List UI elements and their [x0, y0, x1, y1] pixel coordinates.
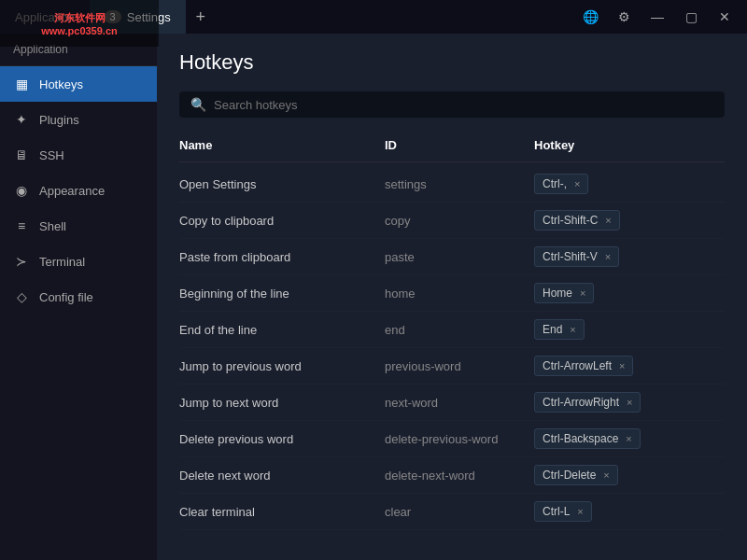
row-hotkey-0: Ctrl-, × — [534, 174, 725, 194]
shell-icon: ≡ — [13, 217, 30, 234]
row-name-1: Copy to clipboard — [179, 214, 385, 228]
hotkey-remove-9[interactable]: × — [577, 506, 583, 517]
hotkey-value-7: Ctrl-Backspace — [543, 432, 618, 445]
sidebar-item-ssh[interactable]: 🖥 SSH — [0, 137, 157, 173]
row-hotkey-3: Home × — [534, 283, 725, 303]
hotkey-badge-0: Ctrl-, × — [534, 174, 588, 194]
row-id-8: delete-next-word — [385, 469, 534, 483]
row-name-0: Open Settings — [179, 177, 385, 191]
tab-settings-label: Settings — [127, 10, 171, 24]
terminal-icon: ≻ — [13, 253, 30, 270]
hotkey-remove-8[interactable]: × — [603, 469, 609, 481]
row-id-6: next-word — [385, 396, 534, 410]
row-name-4: End of the line — [179, 323, 385, 337]
row-id-4: end — [385, 323, 534, 337]
row-id-2: paste — [385, 250, 534, 264]
content-area: Hotkeys 🔍 Name ID Hotkey Open Settings s… — [157, 34, 747, 560]
settings-button[interactable]: ⚙ — [609, 4, 639, 30]
search-bar: 🔍 — [179, 91, 725, 118]
row-id-3: home — [385, 287, 534, 301]
hotkey-value-3: Home — [543, 287, 572, 300]
row-hotkey-9: Ctrl-L × — [534, 501, 725, 522]
row-id-9: clear — [385, 505, 534, 519]
table-row: Paste from clipboard paste Ctrl-Shift-V … — [179, 239, 725, 275]
row-name-7: Delete previous word — [179, 432, 385, 446]
sidebar-item-appearance[interactable]: ◉ Appearance — [0, 173, 157, 208]
table-row: Clear terminal clear Ctrl-L × — [179, 494, 725, 530]
hotkey-value-4: End — [543, 323, 562, 336]
main-layout: Application ▦ Hotkeys ✦ Plugins 🖥 SSH ◉ … — [0, 34, 747, 560]
hotkey-remove-3[interactable]: × — [580, 287, 585, 299]
minimize-button[interactable]: — — [642, 4, 672, 30]
hotkey-remove-1[interactable]: × — [605, 215, 611, 226]
sidebar-label-hotkeys: Hotkeys — [39, 77, 83, 91]
add-tab-button[interactable]: + — [186, 0, 216, 34]
row-hotkey-2: Ctrl-Shift-V × — [534, 246, 725, 267]
sidebar-label-terminal: Terminal — [39, 255, 85, 269]
hotkey-value-2: Ctrl-Shift-V — [543, 250, 598, 263]
hotkey-remove-7[interactable]: × — [626, 433, 631, 444]
hotkeys-icon: ▦ — [13, 76, 30, 92]
col-header-name: Name — [179, 138, 385, 152]
table-row: Open Settings settings Ctrl-, × — [179, 166, 725, 203]
row-hotkey-8: Ctrl-Delete × — [534, 465, 725, 485]
sidebar-label-ssh: SSH — [39, 148, 64, 162]
globe-button[interactable]: 🌐 — [575, 4, 605, 30]
hotkey-badge-5: Ctrl-ArrowLeft × — [534, 356, 633, 376]
ssh-icon: 🖥 — [13, 147, 30, 163]
col-header-id: ID — [385, 138, 534, 152]
hotkey-badge-8: Ctrl-Delete × — [534, 465, 618, 485]
hotkey-remove-0[interactable]: × — [574, 178, 580, 189]
page-title: Hotkeys — [179, 50, 725, 75]
hotkey-remove-2[interactable]: × — [605, 251, 611, 262]
search-input[interactable] — [214, 98, 713, 112]
row-name-6: Jump to next word — [179, 396, 385, 410]
row-id-5: previous-word — [385, 359, 534, 373]
tab-application-label: Application — [15, 10, 75, 24]
hotkey-value-6: Ctrl-ArrowRight — [543, 396, 619, 409]
row-id-0: settings — [385, 177, 534, 191]
row-hotkey-7: Ctrl-Backspace × — [534, 428, 725, 449]
sidebar-label-shell: Shell — [39, 219, 66, 233]
table-row: Delete previous word delete-previous-wor… — [179, 421, 725, 457]
hotkey-value-5: Ctrl-ArrowLeft — [543, 359, 612, 372]
table-row: End of the line end End × — [179, 312, 725, 348]
hotkey-value-9: Ctrl-L — [543, 505, 570, 518]
hotkey-remove-4[interactable]: × — [570, 324, 575, 335]
col-header-hotkey: Hotkey — [534, 138, 725, 152]
hotkey-badge-1: Ctrl-Shift-C × — [534, 210, 620, 231]
row-hotkey-5: Ctrl-ArrowLeft × — [534, 356, 725, 376]
hotkey-value-0: Ctrl-, — [543, 177, 567, 190]
row-hotkey-6: Ctrl-ArrowRight × — [534, 392, 725, 413]
table-row: Copy to clipboard copy Ctrl-Shift-C × — [179, 203, 725, 239]
sidebar-item-plugins[interactable]: ✦ Plugins — [0, 102, 157, 137]
hotkey-badge-6: Ctrl-ArrowRight × — [534, 392, 641, 413]
titlebar-actions: 🌐 ⚙ — ▢ ✕ — [575, 4, 747, 30]
sidebar-item-hotkeys[interactable]: ▦ Hotkeys — [0, 66, 157, 102]
appearance-icon: ◉ — [13, 182, 30, 199]
row-id-7: delete-previous-word — [385, 432, 534, 446]
sidebar-item-config-file[interactable]: ◇ Config file — [0, 279, 157, 315]
sidebar-label-plugins: Plugins — [39, 113, 79, 127]
row-name-8: Delete next word — [179, 469, 385, 483]
hotkey-remove-6[interactable]: × — [627, 397, 632, 408]
tab-application[interactable]: Application — [0, 0, 90, 34]
hotkey-value-8: Ctrl-Delete — [543, 469, 596, 482]
maximize-button[interactable]: ▢ — [676, 4, 706, 30]
sidebar-item-terminal[interactable]: ≻ Terminal — [0, 244, 157, 279]
config-icon: ◇ — [13, 288, 30, 305]
table-row: Beginning of the line home Home × — [179, 275, 725, 312]
hotkey-value-1: Ctrl-Shift-C — [543, 214, 598, 227]
tab-settings[interactable]: 3 Settings — [90, 0, 186, 34]
close-button[interactable]: ✕ — [710, 4, 740, 30]
row-hotkey-1: Ctrl-Shift-C × — [534, 210, 725, 231]
hotkey-badge-2: Ctrl-Shift-V × — [534, 246, 619, 267]
sidebar: Application ▦ Hotkeys ✦ Plugins 🖥 SSH ◉ … — [0, 34, 157, 560]
hotkey-remove-5[interactable]: × — [619, 360, 625, 371]
titlebar: Application 3 Settings + 🌐 ⚙ — ▢ ✕ — [0, 0, 747, 34]
row-id-1: copy — [385, 214, 534, 228]
sidebar-item-shell[interactable]: ≡ Shell — [0, 208, 157, 244]
sidebar-label-config-file: Config file — [39, 290, 93, 304]
row-name-2: Paste from clipboard — [179, 250, 385, 264]
search-icon: 🔍 — [190, 97, 206, 112]
